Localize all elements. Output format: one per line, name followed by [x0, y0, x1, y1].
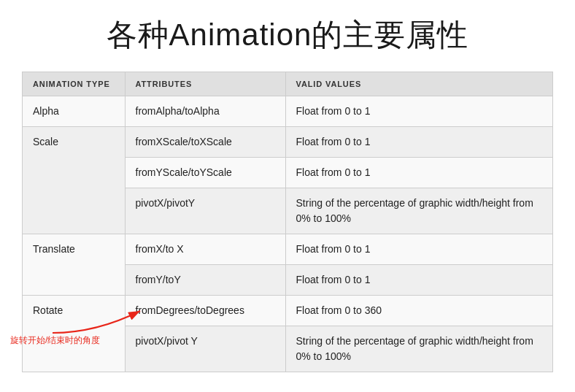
cell-valid-value: String of the percentage of graphic widt…	[285, 188, 552, 234]
cell-valid-value: Float from 0 to 1	[285, 234, 552, 265]
cell-animation-type: Scale	[23, 127, 125, 234]
header-valid-values: VALID VALUES	[285, 72, 552, 96]
table-row: ScalefromXScale/toXScaleFloat from 0 to …	[23, 127, 552, 158]
cell-valid-value: Float from 0 to 1	[285, 127, 552, 158]
cell-valid-value: Float from 0 to 1	[285, 265, 552, 296]
header-attributes: ATTRIBUTES	[125, 72, 285, 96]
cell-valid-value: Float from 0 to 1	[285, 158, 552, 188]
cell-attribute: fromY/toY	[125, 265, 285, 296]
cell-valid-value: Float from 0 to 360	[285, 296, 552, 326]
cell-animation-type: Alpha	[23, 96, 125, 127]
cell-attribute: fromYScale/toYScale	[125, 158, 285, 188]
cell-animation-type: Translate	[23, 234, 125, 296]
page-title: 各种Animation的主要属性	[22, 15, 553, 55]
cell-attribute: fromXScale/toXScale	[125, 127, 285, 158]
annotation-arrow	[53, 307, 169, 337]
table-header-row: ANIMATION TYPE ATTRIBUTES VALID VALUES	[23, 72, 552, 96]
cell-valid-value: Float from 0 to 1	[285, 96, 552, 127]
table-row: TranslatefromX/to XFloat from 0 to 1	[23, 234, 552, 265]
cell-valid-value: String of the percentage of graphic widt…	[285, 326, 552, 372]
table-row: AlphafromAlpha/toAlphaFloat from 0 to 1	[23, 96, 552, 127]
header-animation-type: ANIMATION TYPE	[23, 72, 125, 96]
cell-attribute: fromX/to X	[125, 234, 285, 265]
cell-attribute: pivotX/pivotY	[125, 188, 285, 234]
cell-attribute: fromAlpha/toAlpha	[125, 96, 285, 127]
page-container: 各种Animation的主要属性 ANIMATION TYPE ATTRIBUT…	[0, 0, 575, 392]
